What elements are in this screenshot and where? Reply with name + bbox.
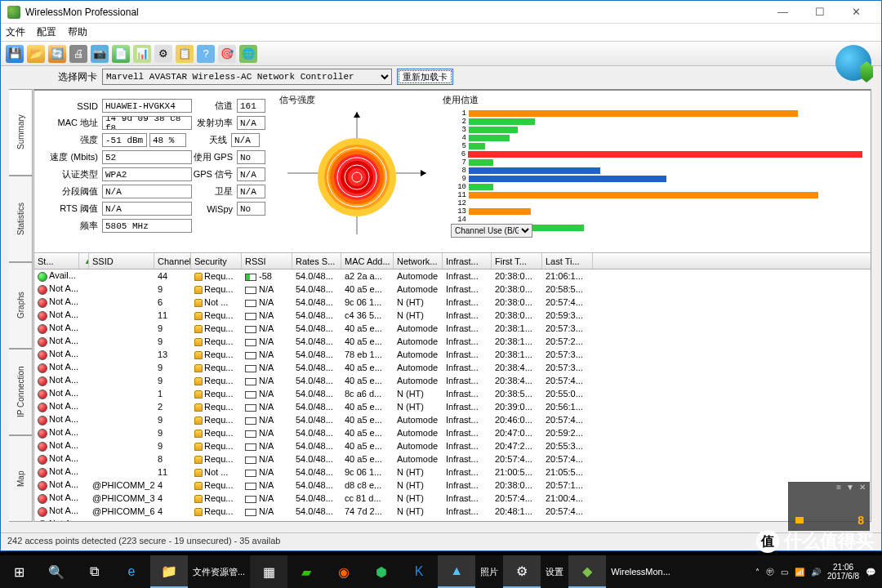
table-row[interactable]: Not A...2Requ...N/A54.0/48...40 a5 e...N… — [34, 400, 871, 413]
col-rssi[interactable]: RSSI — [242, 253, 292, 269]
table-row[interactable]: Not A...9Requ...N/A54.0/48...40 a5 e...A… — [34, 361, 871, 374]
table-row[interactable]: Not A...@PHICOMM_204Requ...N/A54.0/48...… — [34, 479, 871, 492]
taskview-icon[interactable]: ⧉ — [75, 555, 113, 588]
float-down-icon[interactable]: ▼ — [846, 483, 854, 494]
wechat-icon[interactable]: ▰ — [287, 555, 325, 588]
lock-icon — [194, 351, 203, 359]
col-ch[interactable]: Channel — [154, 253, 191, 269]
table-row[interactable]: Not A...@PHICOMM_714Requ...N/A54.0/48...… — [34, 518, 871, 521]
tray-ime-icon[interactable]: ㊥ — [766, 566, 774, 577]
system-tray[interactable]: ˄ ㊥ ▭ 📶 🔊 21:06 2017/6/8 💬 — [755, 563, 882, 581]
photos-icon[interactable]: ▲ — [438, 555, 475, 588]
lock-icon — [194, 273, 203, 281]
col-st[interactable]: St... — [34, 253, 79, 269]
col-mac[interactable]: MAC Add... — [341, 253, 394, 269]
refresh-icon[interactable]: 🔄 — [48, 45, 66, 63]
web-icon[interactable]: 🌐 — [239, 45, 257, 63]
tray-wifi-icon[interactable]: 📶 — [795, 568, 804, 577]
taskbar-explorer-label[interactable]: 文件资源管... — [188, 566, 250, 578]
target-icon[interactable]: 🎯 — [218, 45, 236, 63]
table-row[interactable]: Not A...9Requ...N/A54.0/48...40 a5 e...A… — [34, 335, 871, 348]
explorer-icon[interactable]: 📁 — [150, 555, 188, 588]
tab-summary[interactable]: Summary — [9, 89, 33, 176]
tab-ipconnection[interactable]: IP Connection — [9, 349, 33, 435]
tray-notif-icon[interactable]: 💬 — [866, 568, 875, 577]
reload-button[interactable]: 重新加载卡 — [397, 69, 453, 85]
table-row[interactable]: Not A...9Requ...N/A54.0/48...40 a5 e...A… — [34, 413, 871, 426]
export-icon[interactable]: 📊 — [133, 45, 151, 63]
table-row[interactable]: Not A...11Not ...N/A54.0/48...9c 06 1...… — [34, 466, 871, 479]
taskbar-app-label[interactable]: WirelessMon... — [606, 567, 675, 577]
lock-icon — [194, 364, 203, 372]
table-row[interactable]: Not A...6Not ...N/A54.0/48...9c 06 1...N… — [34, 296, 871, 309]
search-icon[interactable]: 🔍 — [38, 555, 75, 588]
float-menu-icon[interactable]: ≡ — [836, 483, 841, 494]
channel-mode-select[interactable]: Channel Use (B/G) — [451, 224, 532, 238]
menu-file[interactable]: 文件 — [6, 25, 25, 39]
table-row[interactable]: Not A...1Requ...N/A54.0/48...8c a6 d...N… — [34, 387, 871, 400]
channel-bar-6: 6 — [451, 150, 862, 158]
capture-icon[interactable]: 📷 — [91, 45, 109, 63]
table-row[interactable]: Not A...9Requ...N/A54.0/48...40 a5 e...A… — [34, 439, 871, 452]
titlebar[interactable]: WirelessMon Professional — ☐ ✕ — [1, 1, 881, 24]
start-button[interactable]: ⊞ — [0, 555, 38, 588]
tray-volume-icon[interactable]: 🔊 — [811, 568, 821, 577]
minimize-button[interactable]: — — [764, 1, 801, 24]
app1-icon[interactable]: ▦ — [250, 555, 287, 588]
kugou-icon[interactable]: K — [400, 555, 438, 588]
table-row[interactable]: Not A...@PHICOMM_384Requ...N/A54.0/48...… — [34, 492, 871, 505]
fields-left: SSIDHUAWEI-HVGKX4信道161MAC 地址14 9d 09 38 … — [42, 97, 271, 235]
save-icon[interactable]: 💾 — [6, 45, 24, 63]
evernote-icon[interactable]: ⬢ — [363, 555, 400, 588]
pot-icon[interactable]: ◉ — [325, 555, 363, 588]
table-row[interactable]: Not A...11Requ...N/A54.0/48...c4 36 5...… — [34, 309, 871, 322]
taskbar-settings-label[interactable]: 设置 — [541, 566, 568, 578]
table-row[interactable]: Not A...9Requ...N/A54.0/48...40 a5 e...A… — [34, 426, 871, 439]
help-icon[interactable]: ? — [197, 45, 215, 63]
table-row[interactable]: Not A...8Requ...N/A54.0/48...40 a5 e...A… — [34, 452, 871, 466]
grid-body[interactable]: Avail...44Requ...-5854.0/48...a2 2a a...… — [34, 270, 871, 521]
float-overlay[interactable]: ≡▼✕ 8 — [788, 482, 870, 531]
tray-up-icon[interactable]: ˄ — [755, 568, 760, 577]
maximize-button[interactable]: ☐ — [801, 1, 838, 24]
close-button[interactable]: ✕ — [838, 1, 875, 24]
signal-icon — [245, 365, 256, 372]
col-inf[interactable]: Infrast... — [443, 253, 492, 269]
tray-date[interactable]: 2017/6/8 — [827, 572, 859, 581]
menu-config[interactable]: 配置 — [37, 25, 56, 39]
table-row[interactable]: Not A...9Requ...N/A54.0/48...40 a5 e...A… — [34, 322, 871, 335]
table-row[interactable]: Not A...9Requ...N/A54.0/48...40 a5 e...A… — [34, 374, 871, 387]
tab-statistics[interactable]: Statistics — [9, 176, 33, 262]
tab-graphs[interactable]: Graphs — [9, 262, 33, 349]
table-row[interactable]: Not A...9Requ...N/A54.0/48...40 a5 e...A… — [34, 283, 871, 296]
col-sec[interactable]: Security — [191, 253, 242, 269]
lock-icon — [194, 416, 203, 425]
globe-logo-icon — [835, 45, 871, 81]
col-sp[interactable]: ▲ — [79, 253, 89, 269]
wirelessmon-taskbar-icon[interactable]: ◆ — [568, 555, 606, 588]
settings-icon[interactable]: ⚙ — [503, 555, 541, 588]
col-ssid[interactable]: SSID — [89, 253, 154, 269]
log-icon[interactable]: 📄 — [112, 45, 130, 63]
config-icon[interactable]: ⚙ — [154, 45, 172, 63]
tab-map[interactable]: Map — [9, 435, 33, 522]
table-row[interactable]: Avail...44Requ...-5854.0/48...a2 2a a...… — [34, 270, 871, 283]
nic-select[interactable]: Marvell AVASTAR Wireless-AC Network Cont… — [102, 69, 392, 85]
signal-icon — [245, 391, 256, 399]
menu-help[interactable]: 帮助 — [68, 25, 87, 39]
open-icon[interactable]: 📂 — [27, 45, 45, 63]
table-row[interactable]: Not A...13Requ...N/A54.0/48...78 eb 1...… — [34, 348, 871, 361]
col-rates[interactable]: Rates S... — [292, 253, 341, 269]
col-net[interactable]: Network... — [394, 253, 443, 269]
float-close-icon[interactable]: ✕ — [859, 483, 866, 494]
taskbar-photos-label[interactable]: 照片 — [475, 566, 503, 578]
print-icon[interactable]: 🖨 — [69, 45, 87, 63]
tray-battery-icon[interactable]: ▭ — [781, 568, 788, 577]
col-lt[interactable]: Last Ti... — [542, 253, 593, 269]
edge-icon[interactable]: e — [113, 555, 150, 588]
tray-time[interactable]: 21:06 — [827, 563, 859, 572]
table-row[interactable]: Not A...@PHICOMM_604Requ...N/A54.0/48...… — [34, 505, 871, 518]
clipboard-icon[interactable]: 📋 — [176, 45, 194, 63]
col-ft[interactable]: First T... — [492, 253, 542, 269]
taskbar[interactable]: ⊞ 🔍 ⧉ e 📁 文件资源管... ▦ ▰ ◉ ⬢ K ▲ 照片 ⚙ 设置 ◆… — [0, 555, 882, 588]
